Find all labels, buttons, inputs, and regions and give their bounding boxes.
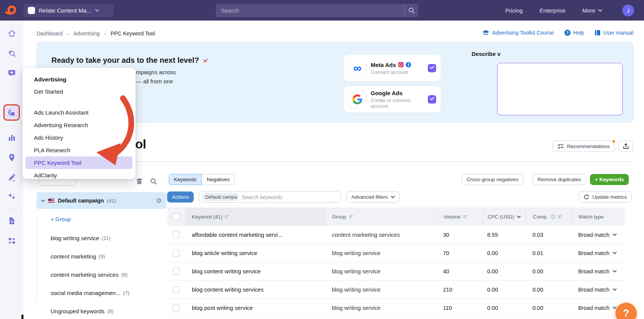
- match-type-dropdown[interactable]: Broad match: [572, 281, 625, 298]
- analytics-icon[interactable]: [7, 133, 16, 142]
- google-ads-card[interactable]: Google Ads Create or connect account: [344, 86, 441, 113]
- cell-keyword: affordable content marketing servi...: [185, 226, 326, 244]
- tab-negatives[interactable]: Negatives: [202, 174, 235, 185]
- flyout-menu-item[interactable]: Ads Launch Assistant: [22, 106, 135, 119]
- column-header-group[interactable]: Group: [326, 207, 437, 226]
- banner-body-fragment: mpaigns across: [136, 69, 176, 75]
- home-icon[interactable]: [7, 29, 16, 38]
- social-media-icon[interactable]: [7, 69, 16, 78]
- column-header-comp[interactable]: Comp.: [526, 207, 572, 226]
- breadcrumb-advertising[interactable]: Advertising: [73, 30, 100, 37]
- project-switcher-button[interactable]: Relate Content Ma...: [23, 4, 113, 17]
- row-checkbox[interactable]: [173, 286, 180, 293]
- breadcrumb-dashboard[interactable]: Dashboard: [37, 30, 63, 37]
- campaign-count: (41): [107, 198, 153, 204]
- local-map-pin-icon[interactable]: [7, 153, 16, 162]
- row-checkbox[interactable]: [173, 305, 180, 311]
- pricing-link[interactable]: Pricing: [505, 7, 523, 14]
- sort-icon: [463, 215, 467, 219]
- group-name: content marketing: [51, 253, 96, 260]
- describe-textarea[interactable]: [497, 63, 623, 115]
- flyout-get-started[interactable]: Get Started: [22, 85, 135, 98]
- notification-dot: [612, 139, 616, 144]
- enterprise-link[interactable]: Enterprise: [539, 7, 565, 14]
- semrush-logo-icon[interactable]: [5, 4, 17, 16]
- group-list-item[interactable]: Ungrouped keywords (8): [37, 302, 166, 319]
- meta-ads-checkbox[interactable]: [428, 64, 436, 72]
- chevron-down-icon: [41, 199, 45, 202]
- match-type-dropdown[interactable]: Broad match: [572, 244, 625, 262]
- flyout-menu-item[interactable]: PPC Keyword Tool: [26, 156, 132, 169]
- table-row[interactable]: blog content writing services blog writi…: [167, 281, 625, 299]
- column-header-volume[interactable]: Volume: [437, 207, 483, 226]
- help-link[interactable]: ? Help: [564, 30, 584, 36]
- flyout-menu-item[interactable]: PLA Research: [22, 144, 135, 156]
- graduation-cap-icon: [482, 30, 489, 36]
- recommendations-label: Recommendations: [567, 144, 610, 149]
- cell-cpc: 0.00: [483, 244, 526, 262]
- more-menu[interactable]: More: [582, 7, 602, 14]
- flyout-menu-item[interactable]: Advertising Research: [22, 119, 135, 131]
- seo-icon[interactable]: [7, 49, 16, 58]
- chevron-right-icon: ›: [104, 31, 106, 37]
- global-search-input[interactable]: [216, 7, 404, 14]
- column-header-cpc[interactable]: CPC (USD): [483, 207, 526, 226]
- advanced-filters-button[interactable]: Advanced filters: [346, 191, 400, 203]
- ai-sparkles-icon[interactable]: [7, 192, 16, 201]
- remove-duplicates-button[interactable]: Remove duplicates: [532, 174, 586, 185]
- content-pencil-icon[interactable]: [7, 173, 16, 182]
- advertising-icon-highlighted[interactable]: [3, 104, 20, 121]
- update-metrics-button[interactable]: Update metrics: [579, 191, 632, 203]
- search-icon[interactable]: [405, 7, 418, 14]
- group-list-item[interactable]: content marketing (9): [37, 247, 166, 265]
- campaign-group-header[interactable]: Default campaign (41) ⚙: [37, 192, 166, 209]
- row-checkbox[interactable]: [173, 250, 180, 257]
- cell-keyword: blog post writing service: [185, 299, 326, 317]
- select-all-checkbox[interactable]: [173, 213, 180, 220]
- google-ads-checkbox[interactable]: [428, 95, 436, 104]
- tab-keywords[interactable]: Keywords: [169, 174, 202, 185]
- group-count: (6): [121, 272, 128, 278]
- meta-ads-card[interactable]: Meta Ads Connect account: [344, 55, 441, 81]
- flyout-menu-item[interactable]: Ads History: [22, 131, 135, 144]
- management-icon[interactable]: [7, 236, 16, 245]
- export-button[interactable]: [618, 140, 633, 152]
- cell-comp: 0.01: [526, 244, 572, 262]
- match-type-dropdown[interactable]: Broad match: [572, 226, 625, 244]
- campaign-filter-chip[interactable]: Default campa: [202, 193, 239, 201]
- match-type-dropdown[interactable]: Broad match: [572, 262, 625, 280]
- user-manual-link[interactable]: User manual: [595, 30, 633, 36]
- cross-group-negatives-button[interactable]: Cross-group negatives: [462, 174, 523, 185]
- gear-icon[interactable]: ⚙: [156, 198, 162, 204]
- trash-icon[interactable]: [135, 177, 143, 185]
- table-row[interactable]: blog post writing service blog writing s…: [167, 299, 625, 317]
- add-group-button[interactable]: + Group: [51, 216, 71, 222]
- actions-button[interactable]: Actions: [167, 191, 194, 203]
- help-fab[interactable]: ?: [615, 303, 637, 319]
- keyword-search-input[interactable]: [242, 194, 338, 200]
- reports-icon[interactable]: [7, 216, 16, 225]
- column-header-keyword[interactable]: Keyword (41): [185, 207, 326, 226]
- question-circle-icon: ?: [564, 30, 571, 36]
- table-row[interactable]: affordable content marketing servi... co…: [167, 226, 625, 244]
- cell-keyword: blog content writing services: [185, 281, 326, 298]
- add-keywords-button[interactable]: + Keywords: [590, 174, 629, 185]
- advertising-flyout-menu: Advertising Get Started Ads Launch Assis…: [22, 68, 135, 179]
- flyout-menu-item[interactable]: AdClarity: [22, 169, 135, 182]
- group-list-item[interactable]: blog writing service (11): [37, 229, 166, 247]
- table-row[interactable]: blog article writing service blog writin…: [167, 244, 625, 262]
- recommendations-button[interactable]: Recommendations: [553, 140, 615, 152]
- avatar[interactable]: J: [622, 5, 634, 16]
- table-body: affordable content marketing servi... co…: [167, 226, 625, 317]
- group-list-item[interactable]: social media managemen... (7): [37, 284, 166, 302]
- sidebar-divider: [6, 126, 17, 127]
- chevron-down-icon: [391, 196, 395, 198]
- row-checkbox[interactable]: [173, 231, 180, 238]
- flyout-items: Ads Launch Assistant Advertising Researc…: [22, 106, 135, 182]
- table-row[interactable]: blog content writing service blog writin…: [167, 262, 625, 281]
- toolkit-course-link[interactable]: Advertising Toolkit Course: [482, 30, 554, 36]
- search-groups-icon[interactable]: [150, 177, 157, 185]
- row-checkbox[interactable]: [173, 268, 180, 275]
- scroll-indicator[interactable]: [21, 314, 24, 319]
- group-list-item[interactable]: content marketing services (6): [37, 265, 166, 284]
